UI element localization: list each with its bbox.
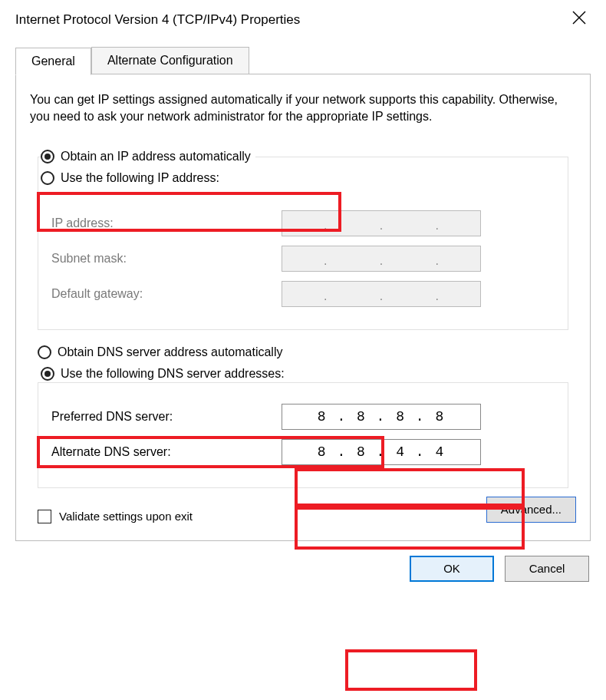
subnet-mask-input: ... <box>282 246 481 272</box>
tab-alternate[interactable]: Alternate Configuration <box>91 47 249 74</box>
ip-address-label: IP address: <box>51 216 282 230</box>
highlight-box <box>345 649 477 691</box>
alternate-dns-input[interactable] <box>282 439 481 465</box>
validate-checkbox[interactable] <box>38 510 51 523</box>
validate-label: Validate settings upon exit <box>59 510 193 523</box>
window-title: Internet Protocol Version 4 (TCP/IPv4) P… <box>15 12 300 28</box>
advanced-button[interactable]: Advanced... <box>486 497 576 523</box>
preferred-dns-input[interactable] <box>282 404 481 430</box>
radio-ip-auto-label: Obtain an IP address automatically <box>61 150 251 163</box>
cancel-button[interactable]: Cancel <box>505 556 589 582</box>
radio-dns-auto-label: Obtain DNS server address automatically <box>58 345 282 359</box>
radio-ip-auto[interactable] <box>41 150 54 163</box>
subnet-mask-label: Subnet mask: <box>51 252 282 266</box>
radio-dns-manual[interactable] <box>41 367 54 381</box>
radio-ip-manual[interactable] <box>41 171 54 185</box>
radio-dns-auto[interactable] <box>38 345 51 359</box>
tab-panel-general: You can get IP settings assigned automat… <box>15 74 591 541</box>
ip-address-input: ... <box>282 210 481 236</box>
description-text: You can get IP settings assigned automat… <box>30 91 576 126</box>
ok-button[interactable]: OK <box>410 556 494 582</box>
default-gateway-input: ... <box>282 281 481 307</box>
tab-general[interactable]: General <box>15 48 91 75</box>
close-icon[interactable] <box>566 8 592 31</box>
alternate-dns-label: Alternate DNS server: <box>51 445 282 459</box>
default-gateway-label: Default gateway: <box>51 287 282 301</box>
preferred-dns-label: Preferred DNS server: <box>51 410 282 424</box>
radio-ip-manual-label: Use the following IP address: <box>61 171 219 185</box>
radio-dns-manual-label: Use the following DNS server addresses: <box>61 367 285 381</box>
